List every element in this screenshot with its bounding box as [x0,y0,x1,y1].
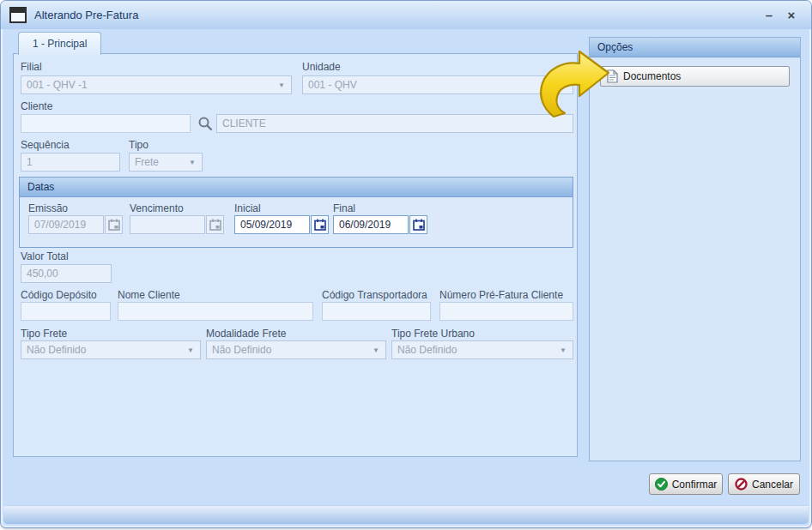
tipo-frete-urbano-select: Não Definido ▼ [391,340,573,359]
tab-principal[interactable]: 1 - Principal [18,32,101,55]
tipo-frete-label: Tipo Frete [21,328,67,340]
numero-pre-fatura-label: Número Pré-Fatura Cliente [439,289,563,301]
document-icon [607,69,618,83]
datas-section-header: Datas [20,178,573,197]
cliente-label: Cliente [21,100,52,112]
valor-total-field [21,264,112,283]
chevron-down-icon: ▼ [278,81,285,89]
tipo-frete-urbano-label: Tipo Frete Urbano [391,328,475,340]
inicial-label: Inicial [234,202,261,214]
window-title: Alterando Pre-Fatura [34,9,758,21]
tab-principal-label: 1 - Principal [33,38,87,50]
opcoes-panel: Opções Documentos [589,37,801,461]
alterando-pre-fatura-dialog: Alterando Pre-Fatura – × 1 - Principal F… [0,0,812,528]
cliente-code-field[interactable] [21,114,191,133]
documentos-button-label: Documentos [623,70,681,82]
close-button[interactable]: × [780,7,803,24]
principal-tab-content: Filial 001 - QHV -1 ▼ Unidade Cliente Se… [13,53,578,457]
chevron-down-icon: ▼ [187,346,194,354]
filial-label: Filial [21,61,42,73]
sequencia-label: Sequência [21,139,70,151]
codigo-transportadora-label: Código Transportadora [322,289,427,301]
final-calendar-icon[interactable] [409,215,427,234]
status-strip [3,505,809,524]
emissao-calendar-icon [105,215,123,234]
vencimento-label: Vencimento [130,202,184,214]
title-bar: Alterando Pre-Fatura – × [1,1,811,29]
cancelar-button[interactable]: Cancelar [728,473,800,495]
datas-section: Datas Emissão Vencimento Inicial Final [19,177,573,248]
tipo-frete-urbano-value: Não Definido [397,344,457,356]
sequencia-field [21,153,120,172]
emissao-label: Emissão [28,202,68,214]
minimize-button[interactable]: – [758,7,780,24]
chevron-down-icon: ▼ [373,346,379,354]
opcoes-panel-title: Opções [597,41,633,53]
modalidade-frete-select: Não Definido ▼ [206,340,386,359]
cancelar-button-label: Cancelar [752,479,793,491]
codigo-deposito-label: Código Depósito [21,289,97,301]
confirmar-button-label: Confirmar [672,479,718,491]
chevron-down-icon: ▼ [189,159,196,166]
vencimento-calendar-icon [206,215,224,234]
nome-cliente-field[interactable] [118,302,313,321]
confirmar-button[interactable]: Confirmar [649,473,723,495]
inicial-field[interactable] [234,215,310,234]
filial-value: 001 - QHV -1 [27,79,88,91]
modalidade-frete-value: Não Definido [212,344,271,356]
inicial-calendar-icon[interactable] [311,215,329,234]
tipo-frete-value: Não Definido [27,344,86,356]
documentos-button[interactable]: Documentos [600,66,790,87]
unidade-label: Unidade [302,61,341,73]
form-window-icon [9,7,27,23]
valor-total-label: Valor Total [21,250,69,262]
modalidade-frete-label: Modalidade Frete [206,328,286,340]
tipo-label: Tipo [129,139,148,151]
unidade-field [302,75,573,94]
tipo-value: Frete [135,156,159,168]
tipo-select: Frete ▼ [129,153,203,172]
chevron-down-icon: ▼ [560,346,567,354]
final-field[interactable] [333,215,409,234]
filial-select: 001 - QHV -1 ▼ [21,75,292,94]
codigo-transportadora-field[interactable] [322,302,431,321]
confirm-check-icon [655,478,668,491]
vencimento-field [130,215,205,234]
numero-pre-fatura-field[interactable] [439,302,573,321]
final-label: Final [333,202,355,214]
search-icon[interactable] [196,114,215,133]
nome-cliente-label: Nome Cliente [118,289,180,301]
cliente-name-field[interactable] [216,114,573,133]
opcoes-panel-header: Opções [590,38,800,57]
emissao-field [28,215,104,234]
cancel-prohibition-icon [735,478,748,491]
datas-section-title: Datas [27,181,54,193]
tipo-frete-select: Não Definido ▼ [21,340,201,359]
codigo-deposito-field[interactable] [21,302,111,321]
